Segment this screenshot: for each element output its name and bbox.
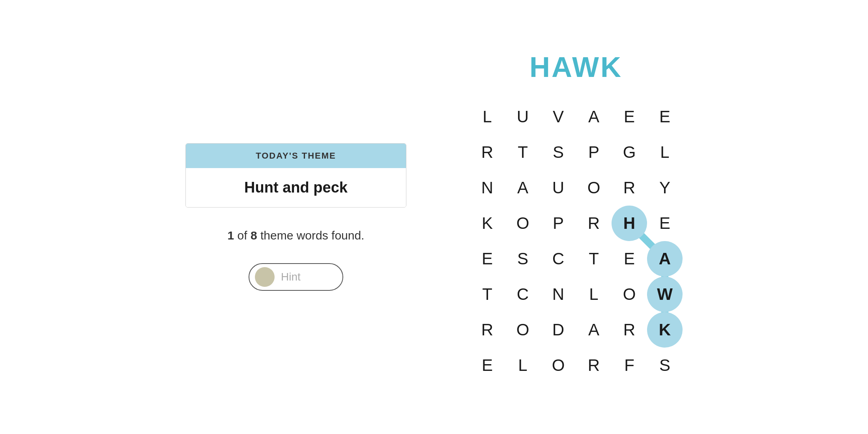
grid-cell[interactable]: E (612, 99, 647, 135)
grid-cell[interactable]: A (505, 170, 541, 206)
grid-cell[interactable]: T (470, 277, 505, 312)
found-count: 1 (228, 229, 234, 242)
hint-toggle-knob (255, 267, 275, 287)
grid-cell[interactable]: A (576, 312, 612, 348)
grid-cell[interactable]: R (612, 312, 647, 348)
grid-cell[interactable]: N (470, 170, 505, 206)
grid-cell[interactable]: P (576, 135, 612, 170)
grid-cell[interactable]: K (647, 312, 683, 348)
grid-cell[interactable]: C (505, 277, 541, 312)
grid-cell[interactable]: G (612, 135, 647, 170)
grid-cell[interactable]: F (612, 348, 647, 383)
grid-cell[interactable]: E (647, 99, 683, 135)
grid-cell[interactable]: S (505, 241, 541, 277)
left-panel: TODAY'S THEME Hunt and peck 1 of 8 theme… (185, 143, 406, 291)
grid-cell[interactable]: R (470, 135, 505, 170)
grid-cell[interactable]: O (505, 312, 541, 348)
grid-cell[interactable]: W (647, 277, 683, 312)
grid-cell[interactable]: O (541, 348, 576, 383)
found-separator: of (238, 229, 251, 242)
grid-cell[interactable]: U (541, 170, 576, 206)
grid-cell[interactable]: R (576, 206, 612, 241)
grid-cell[interactable]: R (470, 312, 505, 348)
grid-cell[interactable]: C (541, 241, 576, 277)
grid-cell[interactable]: Y (647, 170, 683, 206)
theme-card-body: Hunt and peck (186, 168, 406, 207)
grid-cell[interactable]: D (541, 312, 576, 348)
grid-cell[interactable]: L (470, 99, 505, 135)
grid-cell[interactable]: L (647, 135, 683, 170)
grid-cell[interactable]: E (470, 241, 505, 277)
hint-toggle-label: Hint (281, 271, 301, 283)
word-title: HAWK (529, 51, 623, 83)
grid-cell[interactable]: T (576, 241, 612, 277)
grid-cell[interactable]: T (505, 135, 541, 170)
main-container: TODAY'S THEME Hunt and peck 1 of 8 theme… (0, 0, 868, 434)
theme-card-header: TODAY'S THEME (186, 144, 406, 168)
letter-grid: LUVAEERTSPGLNAUORYKOPRHEESCTEATCNLOWRODA… (470, 99, 683, 383)
grid-cell[interactable]: H (612, 206, 647, 241)
grid-cell[interactable]: L (576, 277, 612, 312)
grid-cell[interactable]: K (470, 206, 505, 241)
found-total: 8 (251, 229, 257, 242)
grid-cell[interactable]: N (541, 277, 576, 312)
grid-cell[interactable]: R (576, 348, 612, 383)
grid-cell[interactable]: O (576, 170, 612, 206)
found-suffix: theme words found. (260, 229, 364, 242)
theme-card: TODAY'S THEME Hunt and peck (185, 143, 406, 208)
grid-cell[interactable]: V (541, 99, 576, 135)
grid-cell[interactable]: U (505, 99, 541, 135)
grid-cell[interactable]: A (647, 241, 683, 277)
hint-toggle[interactable]: Hint (249, 263, 343, 291)
grid-cell[interactable]: S (647, 348, 683, 383)
grid-cell[interactable]: A (576, 99, 612, 135)
right-panel: HAWK LUVAEERTSPGLNAUORYKOPRHEESCTEATCNLO… (470, 51, 683, 383)
grid-cell[interactable]: E (470, 348, 505, 383)
grid-cell[interactable]: L (505, 348, 541, 383)
grid-cell[interactable]: S (541, 135, 576, 170)
grid-cell[interactable]: O (505, 206, 541, 241)
grid-cell[interactable]: E (647, 206, 683, 241)
grid-cell[interactable]: P (541, 206, 576, 241)
found-text: 1 of 8 theme words found. (228, 226, 365, 244)
grid-cell[interactable]: O (612, 277, 647, 312)
grid-cell[interactable]: E (612, 241, 647, 277)
grid-cell[interactable]: R (612, 170, 647, 206)
